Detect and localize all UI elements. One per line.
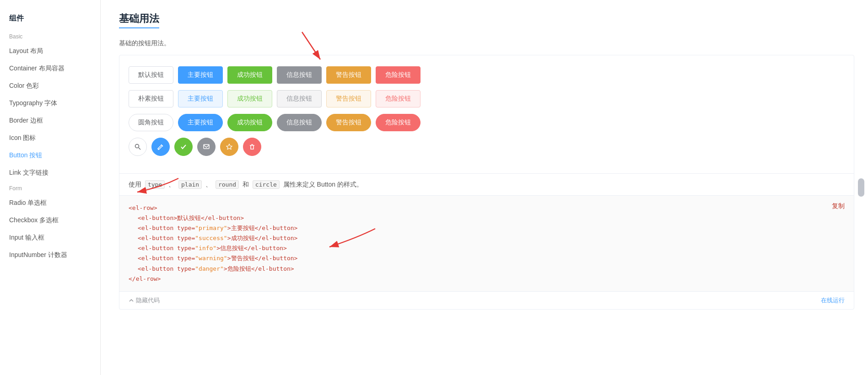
btn-plain-danger[interactable]: 危险按钮 xyxy=(376,90,421,107)
code-line-6: <el-button type="warning">警告按钮</el-butto… xyxy=(129,253,845,263)
btn-circle-edit[interactable] xyxy=(151,138,170,156)
chevron-up-icon xyxy=(129,298,134,303)
btn-plain-primary[interactable]: 主要按钮 xyxy=(178,90,223,107)
btn-success[interactable]: 成功按钮 xyxy=(227,66,272,84)
code-tag-circle: circle xyxy=(253,180,280,189)
svg-rect-4 xyxy=(204,145,209,149)
code-tag-type: type xyxy=(145,180,165,189)
code-line-5: <el-button type="info">信息按钮</el-button> xyxy=(129,243,845,253)
code-line-8: </el-row> xyxy=(129,274,845,284)
sidebar-item-link[interactable]: Link 文字链接 xyxy=(0,164,100,182)
sidebar-item-inputnumber[interactable]: InputNumber 计数器 xyxy=(0,246,100,264)
desc-sep2: 、 xyxy=(204,181,214,189)
code-tag-plain: plain xyxy=(178,180,202,189)
btn-circle-message[interactable] xyxy=(197,138,216,156)
button-row-round: 圆角按钮 主要按钮 成功按钮 信息按钮 警告按钮 危险按钮 xyxy=(129,114,845,131)
sidebar-item-container[interactable]: Container 布局容器 xyxy=(0,60,100,77)
delete-icon xyxy=(248,143,256,150)
page-title: 基础用法 xyxy=(119,5,159,28)
star-icon xyxy=(226,143,233,150)
btn-circle-check[interactable] xyxy=(174,138,193,156)
btn-round-success[interactable]: 成功按钮 xyxy=(227,114,272,131)
btn-plain-success[interactable]: 成功按钮 xyxy=(227,90,272,107)
svg-line-3 xyxy=(158,149,159,150)
desc-text-use: 使用 xyxy=(129,181,143,189)
code-line-2: <el-button>默认按钮</el-button> xyxy=(129,213,845,223)
btn-round-info[interactable]: 信息按钮 xyxy=(277,114,322,131)
btn-default[interactable]: 默认按钮 xyxy=(129,66,173,84)
sidebar-item-icon[interactable]: Icon 图标 xyxy=(0,129,100,147)
btn-circle-delete[interactable] xyxy=(243,138,261,156)
description-bar: 使用 type 、 plain 、 round 和 circle 属性来定义 B… xyxy=(119,173,854,195)
code-line-4: <el-button type="success">成功按钮</el-butto… xyxy=(129,233,845,243)
main-content: 基础用法 基础的按钮用法。 默认按钮 主要按钮 成功按钮 信息按钮 警告按钮 危… xyxy=(101,0,868,375)
sidebar: 组件 Basic Layout 布局 Container 布局容器 Color … xyxy=(0,0,101,375)
svg-line-1 xyxy=(139,148,140,150)
btn-plain-default[interactable]: 朴素按钮 xyxy=(129,90,173,107)
btn-round-warning[interactable]: 警告按钮 xyxy=(326,114,371,131)
sidebar-heading: 组件 xyxy=(0,9,100,30)
demo-card-basic: 默认按钮 主要按钮 成功按钮 信息按钮 警告按钮 危险按钮 朴素按钮 主要按钮 … xyxy=(119,55,854,310)
message-icon xyxy=(203,143,210,150)
sidebar-section-basic: Basic xyxy=(0,30,100,43)
code-line-7: <el-button type="danger">危险按钮</el-button… xyxy=(129,264,845,274)
code-block: 复制 <el-row> <el-button>默认按钮</el-button> … xyxy=(119,195,854,291)
btn-circle-star[interactable] xyxy=(220,138,238,156)
svg-marker-5 xyxy=(226,144,232,150)
sidebar-item-button[interactable]: Button 按钮 xyxy=(0,147,100,164)
code-line-1: <el-row> xyxy=(129,203,845,213)
desc-suffix: 属性来定义 Button 的样式。 xyxy=(281,181,363,189)
code-line-3: <el-button type="primary">主要按钮</el-butto… xyxy=(129,223,845,233)
sidebar-item-border[interactable]: Border 边框 xyxy=(0,112,100,129)
hide-code-label: 隐藏代码 xyxy=(136,296,160,305)
btn-round-danger[interactable]: 危险按钮 xyxy=(376,114,421,131)
btn-plain-info[interactable]: 信息按钮 xyxy=(277,90,322,107)
sidebar-item-typography[interactable]: Typography 字体 xyxy=(0,95,100,112)
check-icon xyxy=(180,143,187,150)
svg-point-0 xyxy=(135,145,139,148)
search-icon xyxy=(134,143,141,150)
scrollbar-thumb[interactable] xyxy=(858,178,864,197)
btn-round-primary[interactable]: 主要按钮 xyxy=(178,114,223,131)
button-row-circle xyxy=(129,138,845,156)
button-row-normal: 默认按钮 主要按钮 成功按钮 信息按钮 警告按钮 危险按钮 xyxy=(129,66,845,84)
btn-plain-warning[interactable]: 警告按钮 xyxy=(326,90,371,107)
sidebar-item-checkbox[interactable]: Checkbox 多选框 xyxy=(0,212,100,229)
btn-danger[interactable]: 危险按钮 xyxy=(376,66,421,84)
btn-circle-search[interactable] xyxy=(129,138,147,156)
demo-area: 默认按钮 主要按钮 成功按钮 信息按钮 警告按钮 危险按钮 朴素按钮 主要按钮 … xyxy=(119,55,854,173)
sidebar-section-form: Form xyxy=(0,182,100,194)
sidebar-item-color[interactable]: Color 色彩 xyxy=(0,77,100,95)
btn-primary[interactable]: 主要按钮 xyxy=(178,66,223,84)
btn-warning[interactable]: 警告按钮 xyxy=(326,66,371,84)
desc-and: 和 xyxy=(241,181,251,189)
hide-code-button[interactable]: 隐藏代码 xyxy=(129,296,160,305)
sidebar-item-radio[interactable]: Radio 单选框 xyxy=(0,194,100,212)
btn-info[interactable]: 信息按钮 xyxy=(277,66,322,84)
btn-round-default[interactable]: 圆角按钮 xyxy=(129,114,173,131)
collapse-bar[interactable]: 隐藏代码 在线运行 xyxy=(119,291,854,309)
edit-icon xyxy=(157,143,164,150)
sidebar-item-layout[interactable]: Layout 布局 xyxy=(0,43,100,60)
copy-button[interactable]: 复制 xyxy=(832,202,845,210)
button-row-plain: 朴素按钮 主要按钮 成功按钮 信息按钮 警告按钮 危险按钮 xyxy=(129,90,845,107)
page-description: 基础的按钮用法。 xyxy=(119,39,854,48)
desc-sep1: 、 xyxy=(167,181,177,189)
code-tag-round: round xyxy=(216,180,239,189)
sidebar-item-input[interactable]: Input 输入框 xyxy=(0,229,100,246)
run-button[interactable]: 在线运行 xyxy=(821,296,845,305)
